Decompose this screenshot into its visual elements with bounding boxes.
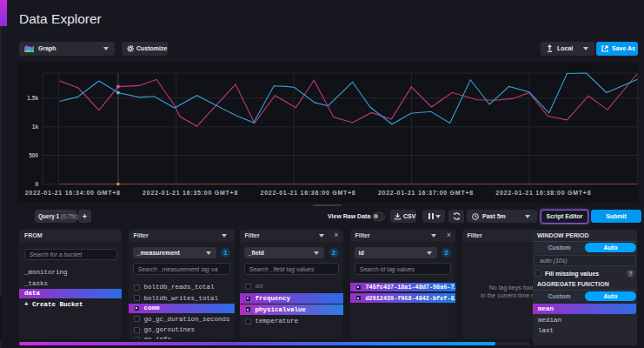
svg-text:2022-01-21 16:36:00 GMT+8: 2022-01-21 16:36:00 GMT+8 [261, 190, 356, 196]
svg-text:1k: 1k [32, 124, 39, 130]
svg-text:500: 500 [29, 152, 38, 158]
svg-text:2022-01-21 16:38:00 GMT+8: 2022-01-21 16:38:00 GMT+8 [495, 190, 591, 196]
svg-text:1.5k: 1.5k [27, 95, 38, 101]
svg-text:2022-01-21 16:35:00 GMT+8: 2022-01-21 16:35:00 GMT+8 [143, 190, 238, 196]
svg-text:2022-01-21 16:37:00 GMT+8: 2022-01-21 16:37:00 GMT+8 [378, 190, 474, 196]
svg-text:2022-01-21 16:34:00 GMT+8: 2022-01-21 16:34:00 GMT+8 [25, 190, 121, 196]
svg-text:0: 0 [35, 181, 38, 187]
